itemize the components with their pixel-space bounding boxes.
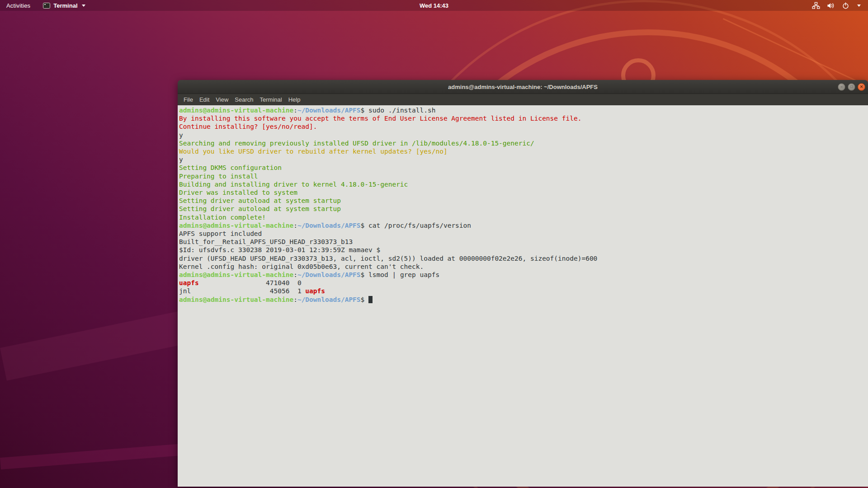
terminal-app-icon (43, 3, 50, 9)
terminal-line: uapfs 471040 0 (179, 279, 867, 287)
chevron-down-icon (82, 5, 85, 7)
maximize-button[interactable]: □ (848, 83, 855, 91)
power-icon (842, 2, 849, 9)
window-controls: −□✕ (838, 80, 865, 94)
menu-item-terminal[interactable]: Terminal (257, 96, 285, 103)
terminal-line: driver (UFSD_HEAD UFSD_HEAD_r330373_b13,… (179, 254, 867, 263)
menubar: FileEditViewSearchTerminalHelp (178, 94, 868, 105)
window-title: admins@admins-virtual-machine: ~/Downloa… (448, 84, 598, 90)
menu-item-edit[interactable]: Edit (196, 96, 212, 103)
terminal-line: Preparing to install (179, 172, 867, 180)
menu-item-view[interactable]: View (212, 96, 231, 103)
terminal-line: $Id: ufsdvfs.c 330238 2019-03-01 12:39:5… (179, 246, 867, 254)
close-button[interactable]: ✕ (858, 83, 865, 91)
menu-item-file[interactable]: File (180, 96, 196, 103)
activities-button[interactable]: Activities (6, 2, 30, 9)
terminal-window: admins@admins-virtual-machine: ~/Downloa… (178, 80, 868, 487)
system-tray[interactable] (812, 2, 868, 9)
terminal-line: Building and installing driver to kernel… (179, 180, 867, 188)
terminal-line: y (179, 155, 867, 164)
terminal-line: Searching and removing previously instal… (179, 139, 867, 147)
terminal-line: y (179, 131, 867, 139)
terminal-line: Setting DKMS configuration (179, 164, 867, 172)
desktop: { "top_bar": { "activities": "Activities… (0, 0, 868, 488)
terminal-line: admins@admins-virtual-machine:~/Download… (179, 296, 867, 304)
terminal-line: Setting driver autoload at system startu… (179, 197, 867, 205)
app-menu-label: Terminal (53, 2, 77, 9)
app-menu-button[interactable]: Terminal (43, 2, 85, 9)
menu-item-search[interactable]: Search (231, 96, 256, 103)
terminal-line: admins@admins-virtual-machine:~/Download… (179, 106, 867, 114)
terminal-line: Built_for__Retail_APFS_UFSD_HEAD_r330373… (179, 238, 867, 246)
terminal-line: Continue installing? [yes/no/read]. (179, 122, 867, 131)
titlebar[interactable]: admins@admins-virtual-machine: ~/Downloa… (178, 80, 868, 94)
terminal-line: Would you like UFSD driver to rebuild af… (179, 147, 867, 155)
terminal-line: admins@admins-virtual-machine:~/Download… (179, 221, 867, 230)
network-icon (812, 2, 820, 9)
volume-icon (827, 2, 835, 9)
chevron-down-icon (857, 5, 861, 7)
terminal-line: jnl 45056 1 uapfs (179, 287, 867, 295)
terminal-output[interactable]: admins@admins-virtual-machine:~/Download… (178, 105, 868, 487)
terminal-line: Installation complete! (179, 213, 867, 221)
terminal-line: APFS support included (179, 230, 867, 238)
terminal-line: By installing this software you accept t… (179, 114, 867, 122)
menu-item-help[interactable]: Help (285, 96, 304, 103)
clock[interactable]: Wed 14:43 (0, 2, 868, 9)
top-bar: Activities Terminal Wed 14:43 (0, 0, 868, 11)
terminal-line: Kernel .config hash: original 0xd05b0e63… (179, 263, 867, 271)
terminal-line: Driver was installed to system (179, 188, 867, 197)
terminal-line: Setting driver autoload at system startu… (179, 205, 867, 213)
terminal-line: admins@admins-virtual-machine:~/Download… (179, 271, 867, 279)
minimize-button[interactable]: − (838, 83, 845, 91)
